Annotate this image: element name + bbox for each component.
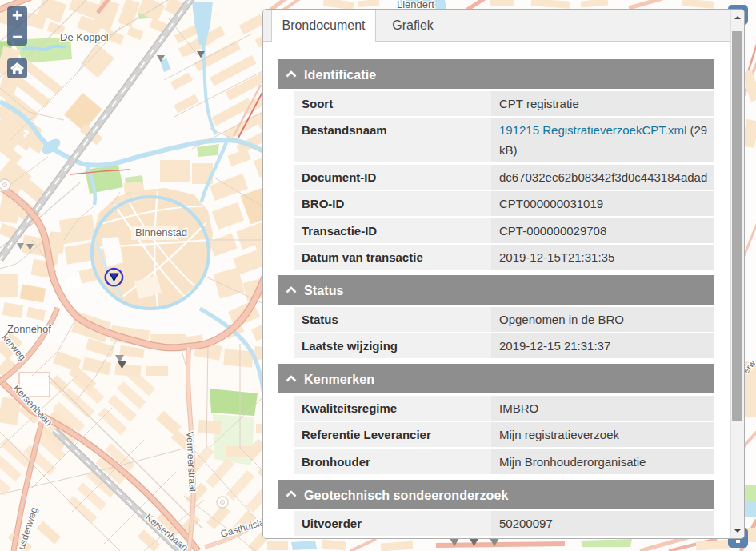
svg-text:Zonnehof: Zonnehof (7, 323, 51, 335)
svg-text:De Koppel: De Koppel (60, 31, 109, 43)
svg-text:Binnenstad: Binnenstad (135, 226, 187, 238)
